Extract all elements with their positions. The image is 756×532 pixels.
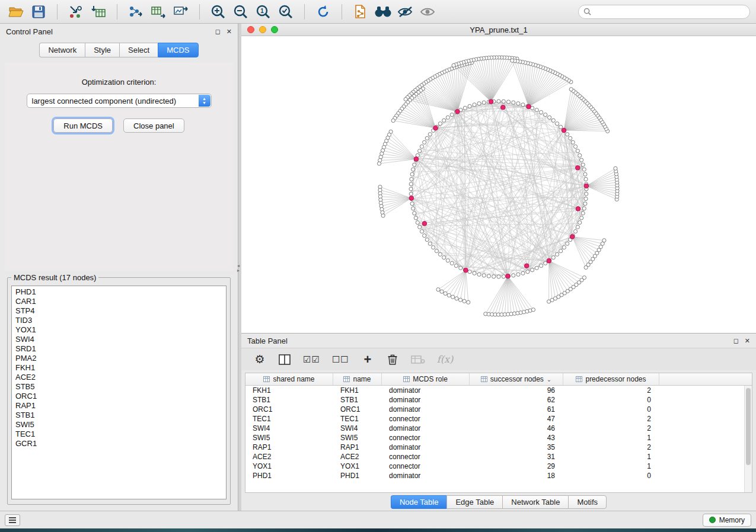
memory-button[interactable]: Memory <box>703 514 751 527</box>
mcds-result-item[interactable]: TID3 <box>12 316 226 325</box>
cell-shared-name[interactable]: YOX1 <box>245 462 333 470</box>
cell-shared-name[interactable]: PHD1 <box>245 472 333 480</box>
cell-name[interactable]: STB1 <box>333 396 382 404</box>
table-settings-icon[interactable]: ⚙ <box>253 352 266 367</box>
network-graph[interactable] <box>241 36 755 333</box>
close-window-icon[interactable] <box>247 26 254 33</box>
add-column-icon[interactable]: + <box>361 352 374 367</box>
cell-shared-name[interactable]: TEC1 <box>245 415 333 423</box>
table-row[interactable]: SWI5SWI5connector431 <box>245 433 752 443</box>
cell-name[interactable]: SWI4 <box>333 424 382 432</box>
zoom-in-button[interactable] <box>208 2 228 21</box>
column-header-MCDS-role[interactable]: MCDS role <box>382 373 470 385</box>
network-titlebar[interactable]: YPA_prune.txt_1 <box>241 24 756 36</box>
sort-direction-icon[interactable]: ⌄ <box>547 376 551 383</box>
scrollbar-thumb[interactable] <box>746 388 751 465</box>
export-image-button[interactable] <box>171 2 191 21</box>
table-row[interactable]: FKH1FKH1dominator962 <box>245 386 752 395</box>
table-vertical-scrollbar[interactable] <box>744 386 752 492</box>
mcds-result-item[interactable]: PHD1 <box>12 287 226 297</box>
export-network-button[interactable] <box>126 2 146 21</box>
show-graphics-button[interactable] <box>418 2 438 21</box>
cell-shared-name[interactable]: STB1 <box>245 396 333 404</box>
search-input[interactable] <box>595 8 745 16</box>
table-row[interactable]: ACE2ACE2connector311 <box>245 452 752 462</box>
mcds-result-item[interactable]: STB1 <box>12 411 226 420</box>
network-canvas[interactable] <box>241 36 756 333</box>
table-row[interactable]: RAP1RAP1dominator352 <box>245 443 752 452</box>
float-panel-icon[interactable]: ◻ <box>215 28 221 36</box>
cell-predecessor-nodes[interactable]: 0 <box>563 396 659 404</box>
cell-shared-name[interactable]: FKH1 <box>245 386 333 395</box>
table-row[interactable]: YOX1YOX1connector291 <box>245 462 752 471</box>
cell-predecessor-nodes[interactable]: 2 <box>563 424 659 432</box>
search-field[interactable] <box>578 5 750 19</box>
import-network-button[interactable] <box>66 2 86 21</box>
cell-successor-nodes[interactable]: 61 <box>470 405 563 414</box>
cell-MCDS-role[interactable]: dominator <box>382 396 470 404</box>
mcds-result-item[interactable]: STB5 <box>12 382 226 392</box>
select-all-icon[interactable]: ☑☑ <box>303 352 320 367</box>
cell-MCDS-role[interactable]: dominator <box>382 386 470 395</box>
cell-successor-nodes[interactable]: 29 <box>470 462 563 470</box>
column-header-name[interactable]: name <box>333 373 382 385</box>
float-table-panel-icon[interactable]: ◻ <box>733 337 739 345</box>
mcds-result-item[interactable]: SWI5 <box>12 420 226 430</box>
cell-MCDS-role[interactable]: connector <box>382 462 470 470</box>
cell-predecessor-nodes[interactable]: 2 <box>563 386 659 395</box>
tab-network[interactable]: Network <box>39 43 85 57</box>
cell-successor-nodes[interactable]: 62 <box>470 396 563 404</box>
cell-MCDS-role[interactable]: dominator <box>382 405 470 414</box>
mcds-result-item[interactable]: SRD1 <box>12 344 226 354</box>
open-file-button[interactable] <box>6 2 26 21</box>
mcds-result-item[interactable]: ACE2 <box>12 373 226 382</box>
table-row[interactable]: ORC1ORC1dominator610 <box>245 405 752 414</box>
unselect-all-icon[interactable]: ☐☐ <box>332 352 349 367</box>
minimize-window-icon[interactable] <box>259 26 266 33</box>
zoom-actual-button[interactable]: 1 <box>253 2 273 21</box>
copy-network-button[interactable] <box>350 2 371 21</box>
cell-predecessor-nodes[interactable]: 2 <box>563 443 659 451</box>
close-panel-icon[interactable]: ✕ <box>227 28 232 36</box>
tab-mcds[interactable]: MCDS <box>158 43 198 57</box>
cell-successor-nodes[interactable]: 46 <box>470 424 563 432</box>
search-network-button[interactable] <box>373 2 393 21</box>
column-header-successor-nodes[interactable]: successor nodes⌄ <box>470 373 563 385</box>
cell-shared-name[interactable]: ORC1 <box>245 405 333 414</box>
mcds-result-item[interactable]: CAR1 <box>12 297 226 306</box>
export-table-button[interactable] <box>148 2 168 21</box>
refresh-button[interactable] <box>313 2 333 21</box>
cell-shared-name[interactable]: ACE2 <box>245 453 333 461</box>
tab-edge-table[interactable]: Edge Table <box>446 495 502 509</box>
cell-shared-name[interactable]: SWI5 <box>245 434 333 442</box>
tab-motifs[interactable]: Motifs <box>568 495 607 509</box>
mcds-result-item[interactable]: FKH1 <box>12 363 226 373</box>
close-panel-button[interactable]: Close panel <box>123 118 184 133</box>
cell-MCDS-role[interactable]: dominator <box>382 443 470 451</box>
cell-name[interactable]: FKH1 <box>333 386 382 395</box>
run-mcds-button[interactable]: Run MCDS <box>53 118 113 133</box>
cell-predecessor-nodes[interactable]: 1 <box>563 453 659 461</box>
hide-edges-button[interactable] <box>395 2 416 21</box>
cell-predecessor-nodes[interactable]: 1 <box>563 462 659 470</box>
cell-successor-nodes[interactable]: 43 <box>470 434 563 442</box>
tab-node-table[interactable]: Node Table <box>391 495 447 509</box>
column-header-predecessor-nodes[interactable]: predecessor nodes <box>563 373 659 385</box>
mcds-result-item[interactable]: RAP1 <box>12 401 226 411</box>
cell-MCDS-role[interactable]: dominator <box>382 472 470 480</box>
cell-successor-nodes[interactable]: 96 <box>470 386 563 395</box>
delete-column-icon[interactable] <box>386 352 399 367</box>
cell-successor-nodes[interactable]: 31 <box>470 453 563 461</box>
cell-successor-nodes[interactable]: 18 <box>470 472 563 480</box>
close-table-panel-icon[interactable]: ✕ <box>745 337 750 345</box>
cell-MCDS-role[interactable]: connector <box>382 453 470 461</box>
mcds-result-item[interactable]: STP4 <box>12 306 226 316</box>
cell-name[interactable]: ACE2 <box>333 453 382 461</box>
import-table-button[interactable] <box>88 2 109 21</box>
task-history-button[interactable] <box>5 514 20 526</box>
tab-network-table[interactable]: Network Table <box>502 495 568 509</box>
cell-name[interactable]: ORC1 <box>333 405 382 414</box>
mcds-result-item[interactable]: SWI4 <box>12 335 226 344</box>
cell-predecessor-nodes[interactable]: 2 <box>563 415 659 423</box>
cell-MCDS-role[interactable]: connector <box>382 415 470 423</box>
